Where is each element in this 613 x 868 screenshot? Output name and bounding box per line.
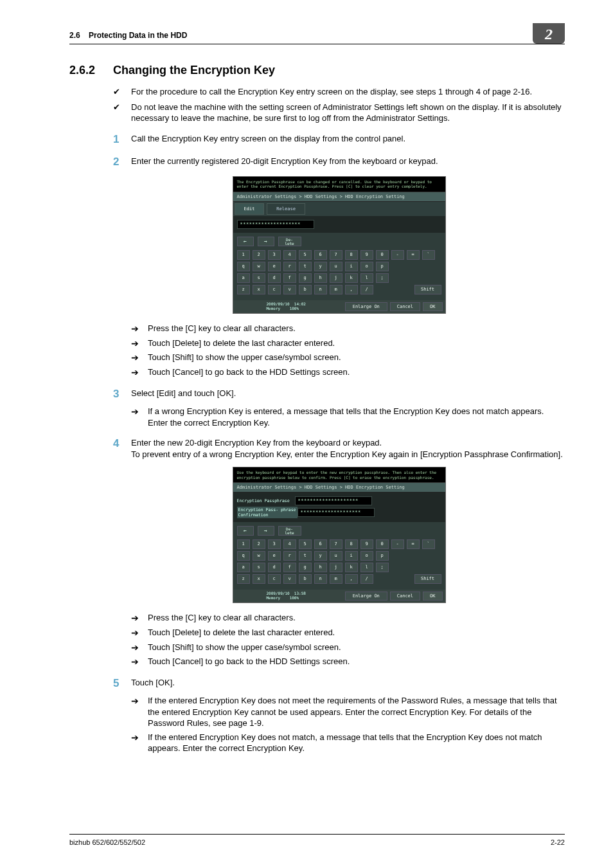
keyboard-key[interactable]: ,	[345, 574, 358, 584]
keyboard-key[interactable]: z	[237, 285, 250, 294]
keyboard-key[interactable]: m	[330, 285, 342, 294]
passphrase-field[interactable]: ********************	[237, 220, 314, 229]
keyboard-key[interactable]: p	[376, 551, 389, 561]
keyboard-key[interactable]: j	[330, 273, 342, 283]
keyboard-key[interactable]: `	[422, 250, 435, 260]
arrow-right-key[interactable]: →	[258, 526, 274, 536]
keyboard-key[interactable]: y	[314, 262, 327, 271]
keyboard-key[interactable]: /	[360, 285, 373, 294]
keyboard-key[interactable]: p	[376, 262, 389, 271]
passphrase-confirm-field[interactable]: ********************	[298, 508, 375, 517]
keyboard-key[interactable]: h	[314, 563, 327, 572]
keyboard-key[interactable]: 4	[283, 250, 296, 260]
keyboard-key[interactable]: k	[345, 563, 358, 572]
shift-key[interactable]: Shift	[414, 285, 441, 294]
keyboard-key[interactable]: /	[360, 574, 373, 584]
keyboard-key[interactable]: k	[345, 273, 358, 283]
keyboard-key[interactable]: n	[314, 574, 327, 584]
keyboard-key[interactable]: 5	[299, 539, 312, 549]
ok-button[interactable]: OK	[423, 592, 442, 601]
keyboard-key[interactable]: q	[237, 551, 250, 561]
keyboard-key[interactable]: q	[237, 262, 250, 271]
tab-release[interactable]: Release	[267, 203, 305, 215]
keyboard-key[interactable]: 1	[237, 539, 250, 549]
keyboard-key[interactable]: 2	[253, 539, 265, 549]
keyboard-key[interactable]: b	[299, 285, 312, 294]
keyboard-key[interactable]: c	[268, 574, 281, 584]
keyboard-key[interactable]: e	[268, 551, 281, 561]
keyboard-key[interactable]: d	[268, 563, 281, 572]
keyboard-key[interactable]: f	[283, 273, 296, 283]
keyboard-key[interactable]: o	[360, 262, 373, 271]
keyboard-key[interactable]: 9	[360, 250, 373, 260]
keyboard-key[interactable]: i	[345, 262, 358, 271]
cancel-button[interactable]: Cancel	[390, 592, 420, 601]
keyboard-key[interactable]: n	[314, 285, 327, 294]
keyboard-key[interactable]: 3	[268, 250, 281, 260]
keyboard-key[interactable]: b	[299, 574, 312, 584]
keyboard-key[interactable]: 6	[314, 250, 327, 260]
keyboard-key[interactable]: x	[253, 574, 265, 584]
keyboard-key[interactable]: e	[268, 262, 281, 271]
keyboard-key[interactable]: l	[360, 563, 373, 572]
shift-key[interactable]: Shift	[414, 574, 441, 584]
keyboard-key[interactable]: u	[330, 262, 342, 271]
keyboard-key[interactable]: j	[330, 563, 342, 572]
keyboard-key[interactable]: =	[407, 250, 420, 260]
keyboard-key[interactable]: `	[422, 539, 435, 549]
keyboard-key[interactable]: d	[268, 273, 281, 283]
keyboard-key[interactable]: w	[253, 551, 265, 561]
keyboard-key[interactable]: 8	[345, 250, 358, 260]
keyboard-key[interactable]: c	[268, 285, 281, 294]
keyboard-key[interactable]: 0	[376, 250, 389, 260]
keyboard-key[interactable]: 0	[376, 539, 389, 549]
keyboard-key[interactable]: s	[253, 563, 265, 572]
enlarge-button[interactable]: Enlarge On	[345, 302, 387, 311]
keyboard-key[interactable]: w	[253, 262, 265, 271]
keyboard-key[interactable]: 1	[237, 250, 250, 260]
keyboard-key[interactable]: a	[237, 563, 250, 572]
keyboard-key[interactable]: x	[253, 285, 265, 294]
passphrase-field[interactable]: ********************	[295, 496, 372, 505]
enlarge-button[interactable]: Enlarge On	[345, 592, 387, 601]
keyboard-key[interactable]: 2	[253, 250, 265, 260]
delete-key[interactable]: De- lete	[278, 237, 301, 246]
keyboard-key[interactable]: v	[283, 574, 296, 584]
keyboard-key[interactable]: g	[299, 273, 312, 283]
keyboard-key[interactable]: v	[283, 285, 296, 294]
arrow-right-key[interactable]: →	[258, 237, 274, 246]
keyboard-key[interactable]: y	[314, 551, 327, 561]
keyboard-key[interactable]: 8	[345, 539, 358, 549]
arrow-left-key[interactable]: ←	[237, 237, 254, 246]
keyboard-key[interactable]: ;	[376, 563, 389, 572]
keyboard-key[interactable]: s	[253, 273, 265, 283]
keyboard-key[interactable]: r	[283, 262, 296, 271]
keyboard-key[interactable]: m	[330, 574, 342, 584]
keyboard-key[interactable]: i	[345, 551, 358, 561]
keyboard-key[interactable]: f	[283, 563, 296, 572]
keyboard-key[interactable]: 5	[299, 250, 312, 260]
cancel-button[interactable]: Cancel	[390, 302, 420, 311]
keyboard-key[interactable]: 6	[314, 539, 327, 549]
keyboard-key[interactable]: o	[360, 551, 373, 561]
keyboard-key[interactable]: -	[391, 250, 404, 260]
keyboard-key[interactable]: h	[314, 273, 327, 283]
keyboard-key[interactable]: ;	[376, 273, 389, 283]
keyboard-key[interactable]: l	[360, 273, 373, 283]
arrow-left-key[interactable]: ←	[237, 526, 254, 536]
keyboard-key[interactable]: 4	[283, 539, 296, 549]
keyboard-key[interactable]: t	[299, 551, 312, 561]
keyboard-key[interactable]: 7	[330, 539, 342, 549]
keyboard-key[interactable]: -	[391, 539, 404, 549]
keyboard-key[interactable]: 3	[268, 539, 281, 549]
keyboard-key[interactable]: =	[407, 539, 420, 549]
delete-key[interactable]: De- lete	[278, 526, 301, 536]
keyboard-key[interactable]: g	[299, 563, 312, 572]
keyboard-key[interactable]: t	[299, 262, 312, 271]
keyboard-key[interactable]: ,	[345, 285, 358, 294]
keyboard-key[interactable]: z	[237, 574, 250, 584]
ok-button[interactable]: OK	[423, 302, 442, 311]
keyboard-key[interactable]: a	[237, 273, 250, 283]
keyboard-key[interactable]: r	[283, 551, 296, 561]
keyboard-key[interactable]: 7	[330, 250, 342, 260]
